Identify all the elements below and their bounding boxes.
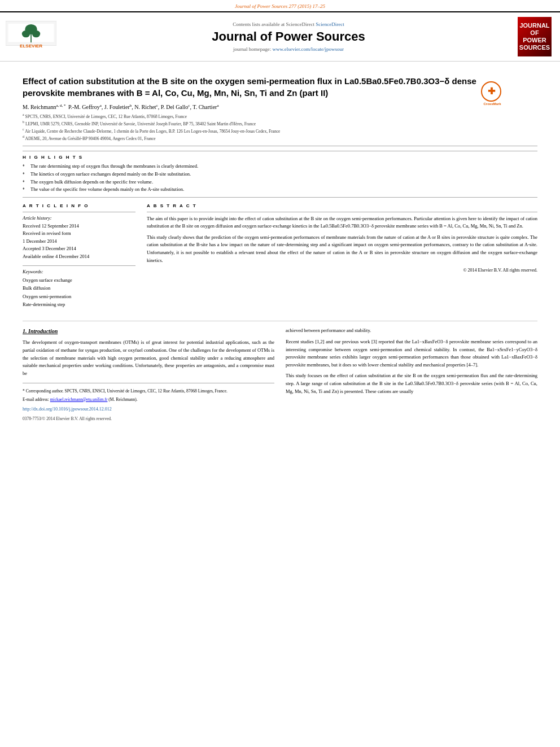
- introduction-heading: 1. Introduction: [23, 327, 274, 336]
- highlights-section: H I G H L I G H T S The rate determining…: [23, 151, 537, 197]
- received-line: Received 12 September 2014: [23, 222, 135, 230]
- journal-center: Contents lists available at ScienceDirec…: [68, 21, 509, 52]
- jps-logo-text: JOURNALOFPOWERSOURCES: [519, 22, 550, 52]
- intro-p1: The development of oxygen-transport memb…: [23, 339, 274, 377]
- abstract-label: A B S T R A C T: [147, 203, 537, 208]
- email-suffix: (M. Reichmann).: [108, 397, 137, 402]
- article-history-group: Article history: Received 12 September 2…: [23, 215, 135, 261]
- issn-copyright: 0378-7753/© 2014 Elsevier B.V. All right…: [23, 416, 274, 422]
- accepted-line: Accepted 3 December 2014: [23, 245, 135, 253]
- intro-right-body: achieved between performance and stabili…: [286, 327, 537, 395]
- article-info-col: A R T I C L E I N F O Article history: R…: [23, 203, 135, 313]
- crossmark-icon: ✚: [481, 81, 501, 102]
- highlight-4: The value of the specific free volume de…: [23, 186, 537, 194]
- info-abstract-section: A R T I C L E I N F O Article history: R…: [23, 203, 537, 313]
- svg-text:ELSEVIER: ELSEVIER: [20, 43, 42, 49]
- crossmark-badge: ✚ CrossMark: [481, 81, 504, 104]
- abstract-col: A B S T R A C T The aim of this paper is…: [147, 203, 537, 313]
- authors-line: M. Reichmanna, d, * P.-M. Geffroya, J. F…: [23, 103, 537, 110]
- abstract-text: The aim of this paper is to provide insi…: [147, 215, 537, 265]
- keyword-3: Oxygen semi-permeation: [23, 292, 135, 300]
- available-line: Available online 4 December 2014: [23, 253, 135, 261]
- email-line: E-mail address: mickael.reichmann@etu.un…: [23, 396, 274, 403]
- svg-point-4: [22, 30, 30, 37]
- affiliation-b: b LEPMI, UMR 5279, CNRS, Grenoble INP, U…: [23, 120, 537, 127]
- main-content: Effect of cation substitution at the B s…: [0, 62, 560, 428]
- keywords-group: Keywords: Oxygen surface exchange Bulk d…: [23, 269, 135, 309]
- info-divider-1: [23, 212, 135, 212]
- sciencedirect-link[interactable]: ScienceDirect: [316, 21, 344, 27]
- intro-right-p1: achieved between performance and stabili…: [286, 327, 537, 335]
- affiliations: a SPCTS, CNRS, ENSCI, Université de Limo…: [23, 112, 537, 141]
- body-left: 1. Introduction The development of oxyge…: [23, 327, 274, 422]
- article-title: Effect of cation substitution at the B s…: [23, 75, 537, 99]
- corresponding-author-note: * Corresponding author. SPCTS, CNRS, ENS…: [23, 388, 274, 394]
- jps-logo: JOURNALOFPOWERSOURCES: [518, 17, 552, 56]
- elsevier-logo: ELSEVIER: [6, 21, 62, 53]
- svg-point-5: [32, 30, 40, 37]
- highlights-title: H I G H L I G H T S: [23, 155, 537, 160]
- intro-body: The development of oxygen-transport memb…: [23, 339, 274, 377]
- abstract-p1: The aim of this paper is to provide insi…: [147, 215, 537, 230]
- keywords-label: Keywords:: [23, 269, 135, 274]
- journal-homepage-link[interactable]: www.elsevier.com/locate/jpowsour: [273, 46, 344, 52]
- journal-reference-bar: Journal of Power Sources 277 (2015) 17–2…: [0, 0, 560, 11]
- intro-right-p2: Recent studies [1,2] and our previous wo…: [286, 338, 537, 369]
- keyword-2: Bulk diffusion: [23, 284, 135, 292]
- keyword-4: Rate-determining step: [23, 300, 135, 308]
- email-link[interactable]: mickael.reichmann@etu.unilim.fr: [50, 397, 108, 402]
- info-divider-2: [23, 265, 135, 266]
- affiliation-c: c Air Liquide, Centre de Recherche Claud…: [23, 127, 537, 134]
- highlight-2: The kinetics of oxygen surface exchanges…: [23, 171, 537, 178]
- email-label: E-mail address:: [23, 397, 49, 402]
- article-info-label: A R T I C L E I N F O: [23, 203, 135, 208]
- journal-header: ELSEVIER Contents lists available at Sci…: [0, 11, 560, 62]
- affiliation-d: d ADEME, 20, Avenue du Grésillé-BP 90406…: [23, 134, 537, 142]
- body-right: achieved between performance and stabili…: [286, 327, 537, 422]
- intro-right-p3: This study focuses on the effect of cati…: [286, 372, 537, 395]
- abstract-divider: [147, 212, 537, 212]
- journal-logo-right: JOURNALOFPOWERSOURCES: [515, 17, 554, 56]
- footer-notes: * Corresponding author. SPCTS, CNRS, ENS…: [23, 383, 274, 422]
- highlight-3: The oxygen bulk diffusion depends on the…: [23, 178, 537, 186]
- doi-link[interactable]: http://dx.doi.org/10.1016/j.jpowsour.201…: [23, 406, 274, 413]
- highlights-top-divider: [23, 146, 537, 146]
- history-label: Article history:: [23, 215, 135, 221]
- abstract-p2: This study clearly shows that the predic…: [147, 234, 537, 264]
- sciencedirect-line: Contents lists available at ScienceDirec…: [68, 21, 509, 27]
- keyword-1: Oxygen surface exchange: [23, 276, 135, 284]
- abstract-copyright: © 2014 Elsevier B.V. All rights reserved…: [147, 268, 537, 273]
- revised-label: Received in revised form: [23, 230, 135, 238]
- highlight-1: The rate determining step of oxygen flux…: [23, 163, 537, 171]
- journal-reference: Journal of Power Sources 277 (2015) 17–2…: [235, 3, 325, 9]
- affiliation-a: a SPCTS, CNRS, ENSCI, Université de Limo…: [23, 112, 537, 120]
- journal-title: Journal of Power Sources: [68, 29, 509, 44]
- body-section: 1. Introduction The development of oxyge…: [23, 321, 537, 422]
- keywords-list: Oxygen surface exchange Bulk diffusion O…: [23, 276, 135, 309]
- homepage-line: journal homepage: www.elsevier.com/locat…: [68, 46, 509, 52]
- revised-date: 1 December 2014: [23, 238, 135, 246]
